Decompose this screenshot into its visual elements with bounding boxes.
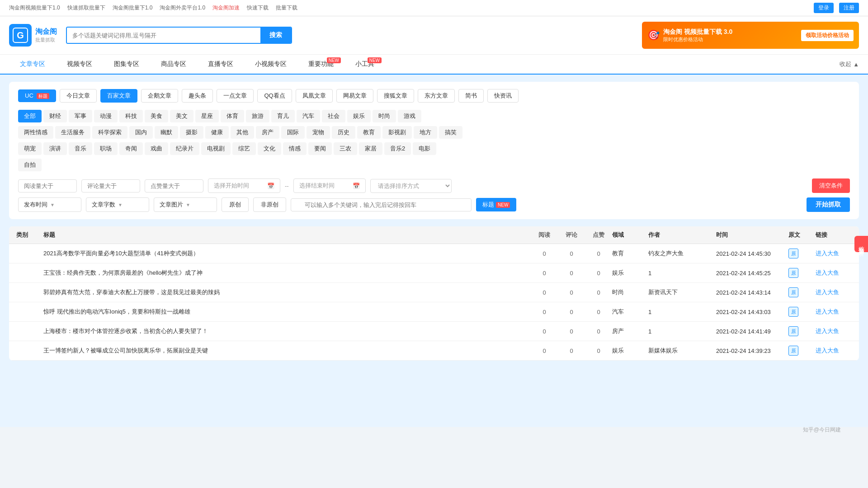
nav-item-gallery[interactable]: 图集专区: [103, 55, 150, 74]
category-tag[interactable]: 房产: [256, 126, 279, 139]
keyword-input[interactable]: [291, 198, 472, 211]
source-tab-qq[interactable]: QQ看点: [257, 89, 292, 103]
category-tag[interactable]: 财经: [43, 110, 67, 122]
category-tag[interactable]: 电影: [413, 142, 436, 155]
source-tab-yidian[interactable]: 一点文章: [217, 89, 254, 103]
topbar-link-6[interactable]: 快速下载: [247, 4, 269, 12]
source-tab-today[interactable]: 今日文章: [60, 89, 97, 103]
category-tag[interactable]: 生活服务: [55, 126, 90, 139]
cell-original[interactable]: 原: [788, 346, 816, 356]
category-tag[interactable]: 军事: [69, 110, 92, 122]
source-tab-baijia[interactable]: 百家文章: [100, 89, 137, 103]
search-input[interactable]: [67, 28, 260, 43]
cell-link[interactable]: 进入大鱼: [816, 249, 852, 258]
category-tag[interactable]: 影视剧: [382, 126, 412, 139]
topbar-link-active[interactable]: 淘金阁加速: [212, 4, 240, 12]
source-tab-fenghuang[interactable]: 凤凰文章: [296, 89, 333, 103]
cell-original[interactable]: 原: [788, 307, 816, 317]
source-tab-wangyi[interactable]: 网易文章: [336, 89, 373, 103]
cell-link[interactable]: 进入大鱼: [816, 327, 852, 335]
category-tag[interactable]: 文化: [258, 142, 281, 155]
category-tag[interactable]: 要闻: [308, 142, 332, 155]
category-tag[interactable]: 综艺: [232, 142, 256, 155]
source-tab-dongfang[interactable]: 东方文章: [418, 89, 455, 103]
topbar-link-3[interactable]: 淘金阁批量下1.0: [113, 4, 153, 12]
source-tab-uc[interactable]: UC 标题: [18, 89, 56, 102]
category-tag[interactable]: 星座: [195, 110, 219, 122]
category-tag[interactable]: 搞笑: [439, 126, 462, 139]
category-tag[interactable]: 健康: [205, 126, 229, 139]
read-filter-input[interactable]: [18, 179, 77, 192]
cell-link[interactable]: 进入大鱼: [816, 288, 852, 296]
comment-filter-input[interactable]: [81, 179, 140, 192]
cell-link[interactable]: 进入大鱼: [816, 308, 852, 316]
category-tag[interactable]: 音乐2: [384, 142, 411, 155]
category-tag[interactable]: 萌宠: [18, 142, 42, 155]
category-tag[interactable]: 两性情感: [18, 126, 53, 139]
category-tag[interactable]: 美文: [170, 110, 193, 122]
cell-original[interactable]: 原: [788, 326, 816, 336]
category-tag[interactable]: 奇闻: [119, 142, 143, 155]
category-tag[interactable]: 地方: [414, 126, 437, 139]
cell-original[interactable]: 原: [788, 268, 816, 278]
article-words-dropdown[interactable]: 文章字数 ▼: [86, 197, 149, 212]
category-tag[interactable]: 电视剧: [201, 142, 231, 155]
topbar-link-4[interactable]: 淘金阁外卖平台1.0: [160, 4, 205, 12]
login-button[interactable]: 登录: [814, 3, 834, 13]
cell-original[interactable]: 原: [788, 287, 816, 297]
category-tag[interactable]: 动漫: [94, 110, 118, 122]
nav-item-video[interactable]: 视频专区: [56, 55, 103, 74]
search-button[interactable]: 搜索: [260, 28, 291, 43]
category-tag[interactable]: 教育: [357, 126, 381, 139]
category-tag[interactable]: 历史: [332, 126, 355, 139]
analysis-bar[interactable]: 稿文章量分析: [854, 236, 868, 252]
source-tab-jianshu[interactable]: 简书: [458, 89, 484, 103]
category-tag[interactable]: 纪录片: [170, 142, 199, 155]
category-tag[interactable]: 情感: [283, 142, 307, 155]
category-tag[interactable]: 幽默: [155, 126, 178, 139]
category-tag[interactable]: 科技: [119, 110, 143, 122]
tag-toggle-button[interactable]: 标题 NEW: [476, 198, 516, 211]
cell-original[interactable]: 原: [788, 249, 816, 258]
category-tag[interactable]: 其他: [231, 126, 254, 139]
category-tag[interactable]: 国际: [281, 126, 305, 139]
article-images-dropdown[interactable]: 文章图片 ▼: [154, 197, 217, 212]
start-fetch-button[interactable]: 开始抓取: [807, 197, 850, 212]
clear-button[interactable]: 清空条件: [812, 178, 850, 193]
register-button[interactable]: 注册: [839, 3, 859, 13]
cell-link[interactable]: 进入大鱼: [816, 269, 852, 277]
nav-item-tools[interactable]: 小工具 NEW: [344, 55, 385, 74]
category-tag[interactable]: 国内: [129, 126, 153, 139]
category-tag[interactable]: 全部: [18, 110, 42, 122]
category-tag[interactable]: 职场: [94, 142, 118, 155]
category-tag[interactable]: 社会: [322, 110, 345, 122]
topbar-link-7[interactable]: 批量下载: [276, 4, 297, 12]
source-tab-qutoutiao[interactable]: 趣头条: [182, 89, 213, 103]
nav-item-article[interactable]: 文章专区: [9, 55, 56, 75]
start-date-picker[interactable]: 选择开始时间 📅: [208, 178, 280, 193]
ad-banner-button[interactable]: 领取活动价格活动: [801, 30, 854, 41]
category-tag[interactable]: 游戏: [398, 110, 421, 122]
category-tag[interactable]: 体育: [221, 110, 244, 122]
category-tag[interactable]: 美食: [145, 110, 168, 122]
nav-collapse[interactable]: 收起 ▲: [840, 55, 859, 74]
nav-item-important[interactable]: 重要功能 NEW: [297, 55, 344, 74]
sort-select[interactable]: 请选择排序方式: [370, 179, 452, 193]
category-tag[interactable]: 演讲: [43, 142, 67, 155]
category-tag[interactable]: 戏曲: [145, 142, 168, 155]
topbar-link-1[interactable]: 淘金阁视频批量下1.0: [9, 4, 60, 12]
end-date-picker[interactable]: 选择结束时间 📅: [293, 178, 366, 193]
category-tag[interactable]: 摄影: [180, 126, 203, 139]
cell-link[interactable]: 进入大鱼: [816, 347, 852, 355]
category-tag[interactable]: 自拍: [18, 159, 42, 171]
category-tag[interactable]: 音乐: [69, 142, 92, 155]
nav-item-product[interactable]: 商品专区: [150, 55, 197, 74]
category-tag[interactable]: 旅游: [246, 110, 269, 122]
non-original-button[interactable]: 非原创: [253, 197, 286, 212]
category-tag[interactable]: 科学探索: [92, 126, 127, 139]
publish-time-dropdown[interactable]: 发布时间 ▼: [18, 197, 81, 212]
category-tag[interactable]: 三农: [334, 142, 357, 155]
category-tag[interactable]: 时尚: [373, 110, 396, 122]
source-tab-penguin[interactable]: 企鹅文章: [141, 89, 178, 103]
original-button[interactable]: 原创: [222, 197, 249, 212]
